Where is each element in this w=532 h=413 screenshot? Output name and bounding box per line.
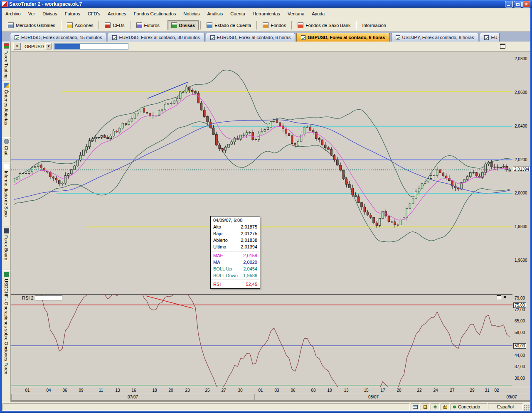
sidebar-panel-informe-diario-de-saxo[interactable]: Informe diario de Saxo <box>2 162 11 226</box>
chart-tab-icon <box>112 35 117 40</box>
menu-cfd-s[interactable]: CFD's <box>84 10 104 18</box>
maximize-button[interactable] <box>514 1 522 7</box>
resize-grip[interactable] <box>524 405 530 411</box>
date-label: 06 <box>62 388 67 393</box>
status-wait-cell[interactable] <box>421 403 430 411</box>
status-session-cell[interactable] <box>411 403 420 411</box>
tab-eurusd-forex-al-contado-6-horas[interactable]: EURUSD, Forex al contado, 6 horas <box>206 33 295 42</box>
rsi-axis-label: 72,00 <box>515 307 525 312</box>
tooltip-row-label: MAE <box>213 253 223 258</box>
toolbar-fondos[interactable]: Fondos <box>259 20 290 30</box>
menu-cuenta[interactable]: Cuenta <box>227 10 249 18</box>
toolbar-label-mercados-globales: Mercados Globales <box>16 23 55 28</box>
tooltip-row-boll-down: BOLL Down1,9586 <box>211 272 260 279</box>
rsi-controls: ✕ <box>497 295 507 299</box>
tab-gbpusd-forex-al-contado-6-horas[interactable]: GBPUSD, Forex al contado, 6 horas <box>296 33 389 42</box>
toolbar-separator <box>130 21 131 30</box>
date-label: 02 <box>494 388 499 393</box>
rsi-label: RSI 2 <box>22 295 34 300</box>
date-label: 13 <box>344 388 348 393</box>
date-label: 31 <box>485 388 489 393</box>
tooltip-row-label: BOLL Up <box>213 266 232 272</box>
rsi-chart[interactable] <box>11 294 512 387</box>
date-label: 29 <box>470 388 474 393</box>
chart-menu-button[interactable]: ▼ <box>13 43 21 50</box>
date-label: 04 <box>46 388 51 393</box>
tab-label: EU <box>491 35 497 40</box>
tab-label: EURUSD, Forex al contado, 15 minutos <box>21 35 102 40</box>
tooltip-header: 04/09/07, 6:00 <box>211 216 260 224</box>
instrument-search-input[interactable] <box>54 43 128 50</box>
toolbar-acciones[interactable]: Acciones <box>63 20 97 30</box>
menu-herramientas[interactable]: Herramientas <box>249 10 284 18</box>
tooltip-row-label: Alto <box>213 224 221 230</box>
tab-eurusd-forex-al-contado-15-minutos[interactable]: EURUSD, Forex al contado, 15 minutos <box>10 33 106 42</box>
chart-restore-icon[interactable] <box>500 44 505 49</box>
rsi-restore-icon[interactable] <box>497 295 501 299</box>
menu-bar: ArchivoVerDivisasFuturosCFD'sAccionesFon… <box>2 8 530 19</box>
data-transfer-icon <box>433 405 437 409</box>
sidebar-panel-ordenes-abiertas[interactable]: Órdenes Abiertas <box>2 81 11 137</box>
rsi-period-input[interactable] <box>35 295 62 300</box>
toolbar-futuros[interactable]: Futuros <box>133 20 163 30</box>
menu-noticias[interactable]: Noticias <box>180 10 203 18</box>
tooltip-row-value: 52,45 <box>246 281 257 287</box>
instrument-combobox[interactable]: GBPUSD ▼ <box>23 43 52 50</box>
rsi-axis-label: 58,00 <box>515 330 525 335</box>
tooltip-row-value: 2,0158 <box>243 253 257 258</box>
sidebar-panel-chat[interactable]: Chat <box>2 137 11 162</box>
date-label: 23 <box>185 388 190 393</box>
menu-archivo[interactable]: Archivo <box>2 10 25 18</box>
toolbar-estado-de-cuenta[interactable]: Estado de Cuenta <box>203 20 255 30</box>
candlestick-chart[interactable] <box>11 52 512 294</box>
sidebar-panel-forex-board[interactable]: Forex Board <box>2 226 11 270</box>
forex-icon <box>171 22 177 28</box>
toolbar-separator <box>356 21 357 30</box>
rsi-close-icon[interactable]: ✕ <box>503 295 507 299</box>
toolbar-fondos-de-saxo-bank[interactable]: Fondos de Saxo Bank <box>294 20 354 30</box>
sidebar-panel-forex-trading[interactable]: Forex Trading <box>2 42 11 81</box>
menu-futuros[interactable]: Futuros <box>61 10 84 18</box>
date-label: 09 <box>79 388 83 393</box>
menu-ventana[interactable]: Ventana <box>284 10 308 18</box>
account-status-icon <box>207 22 212 28</box>
rsi-header: RSI 2 <box>22 295 62 300</box>
title-bar[interactable]: SaxoTrader 2 - workspace.ok.7 × <box>0 0 532 8</box>
connection-status: Conectado <box>451 403 487 411</box>
menu-ver[interactable]: Ver <box>25 10 39 18</box>
price-axis-label: 1,9600 <box>515 258 527 263</box>
tab-usdjpy-forex-al-contado-8-horas[interactable]: USDJPY, Forex al contado, 8 horas <box>391 33 479 42</box>
toolbar-mercados-globales[interactable]: Mercados Globales <box>4 20 59 30</box>
sidebar-label-ordenes-abiertas: Órdenes Abiertas <box>4 90 9 125</box>
date-label: 08 <box>311 388 315 393</box>
price-axis-label: 1,9800 <box>515 224 527 229</box>
chart-tab-icon <box>396 35 400 40</box>
date-label: 13 <box>115 388 120 393</box>
sidebar-label-informe-diario-de-saxo: Informe diario de Saxo <box>4 171 9 217</box>
menu-acciones[interactable]: Acciones <box>104 10 130 18</box>
date-axis: 0104060911131618202325273001030608101315… <box>11 387 531 394</box>
minimize-button[interactable] <box>505 1 513 7</box>
sidebar-panel-usdchf-operaciones-sobre-opciones-forex[interactable]: USDCHF - Operaciones sobre Opciones Fore… <box>2 270 11 402</box>
toolbar-informacion[interactable]: Información <box>358 20 389 30</box>
date-label: 16 <box>131 388 136 393</box>
terminal-icon <box>413 405 418 409</box>
toolbar-cfds[interactable]: CFDs <box>101 20 128 30</box>
menu-ayuda[interactable]: Ayuda <box>308 10 328 18</box>
tab-eu[interactable]: EU <box>480 33 500 42</box>
language-selector[interactable]: Español <box>488 403 523 411</box>
minimize-icon <box>507 5 510 6</box>
close-button[interactable]: × <box>522 1 530 7</box>
date-label: 03 <box>274 388 279 393</box>
tooltip-row-label: MA <box>213 259 220 265</box>
price-axis-label: 2,0000 <box>515 191 527 195</box>
toolbar-divisas[interactable]: Divisas <box>167 20 199 30</box>
menu-fondos-gestionados[interactable]: Fondos Gestionados <box>130 10 180 18</box>
status-traffic-cell[interactable] <box>431 403 440 411</box>
status-security-cell[interactable] <box>441 403 450 411</box>
menu-divisas[interactable]: Divisas <box>39 10 61 18</box>
app-icon <box>2 1 7 7</box>
menu-analisis[interactable]: Análisis <box>203 10 227 18</box>
tab-eurusd-forex-al-contado-30-minutos[interactable]: EURUSD, Forex al contado, 30 minutos <box>108 33 204 42</box>
cfds-icon <box>105 22 111 28</box>
